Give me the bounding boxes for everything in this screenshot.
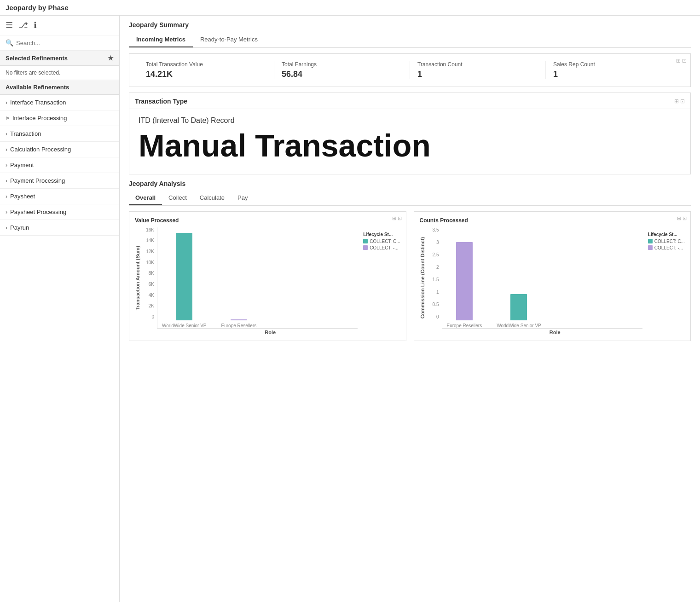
chart-expand-icon[interactable]: ⊞ ⊡ bbox=[677, 215, 687, 221]
value-chart-title: Value Processed bbox=[135, 217, 400, 224]
chevron-icon: › bbox=[6, 146, 7, 153]
refinement-label: Interface Processing bbox=[12, 115, 67, 122]
charts-row: Value Processed ⊞ ⊡ Transaction Amount (… bbox=[129, 211, 691, 341]
value-chart-wrap: Transaction Amount (Sum) 16K 14K 12K 10K bbox=[135, 227, 400, 335]
refinement-payment[interactable]: › Payment bbox=[0, 157, 119, 173]
counts-chart-title: Counts Processed bbox=[420, 217, 685, 224]
chart-expand-icon[interactable]: ⊞ ⊡ bbox=[392, 215, 402, 221]
metric-total-transaction-value: Total Transaction Value 14.21K bbox=[139, 61, 274, 79]
refinement-label: Paysheet bbox=[10, 193, 35, 200]
bars-area: Europe Resellers WorldWide Senior VP bbox=[442, 227, 642, 329]
refinement-label: Calculation Processing bbox=[10, 146, 71, 153]
jeopardy-summary-title: Jeopardy Summary bbox=[129, 21, 691, 29]
tab-overall[interactable]: Overall bbox=[129, 191, 162, 205]
tab-collect[interactable]: Collect bbox=[162, 191, 193, 205]
x-axis-label: Role bbox=[140, 330, 400, 335]
chevron-icon: › bbox=[6, 131, 7, 137]
y-axis-label-container: Commission Line (Count Distinct) bbox=[420, 227, 425, 329]
tab-calculate[interactable]: Calculate bbox=[193, 191, 231, 205]
legend-item-purple: COLLECT: -... bbox=[363, 245, 400, 250]
legend-dot bbox=[363, 245, 368, 250]
jeopardy-summary-section: Jeopardy Summary Incoming Metrics Ready-… bbox=[120, 16, 700, 48]
refinement-label: Payment bbox=[10, 162, 34, 168]
bar-group-worldwide: WorldWide Senior VP bbox=[162, 233, 207, 328]
sidebar-toolbar: ☰ ⎇ ℹ bbox=[0, 16, 119, 35]
bar-label-worldwide: WorldWide Senior VP bbox=[162, 323, 207, 328]
no-filters-text: No filters are selected. bbox=[0, 66, 119, 80]
refinement-interface-transaction[interactable]: › Interface Transaction bbox=[0, 95, 119, 110]
selected-refinements-label: Selected Refinements bbox=[6, 55, 68, 62]
refinement-payment-processing[interactable]: › Payment Processing bbox=[0, 173, 119, 189]
tab-ready-to-pay-metrics[interactable]: Ready-to-Pay Metrics bbox=[193, 32, 265, 47]
metrics-card: ⊞ ⊡ Total Transaction Value 14.21K Total… bbox=[129, 53, 691, 87]
chevron-icon: › bbox=[6, 162, 7, 168]
legend-item-purple: COLLECT: -... bbox=[648, 245, 685, 250]
refinement-transaction[interactable]: › Transaction bbox=[0, 126, 119, 142]
value-bar-chart: 16K 14K 12K 10K 8K 6K 4K 2K 0 bbox=[140, 227, 400, 335]
share-button[interactable]: ⎇ bbox=[18, 20, 28, 30]
main-layout: ☰ ⎇ ℹ 🔍 Selected Refinements ★ No filter… bbox=[0, 16, 700, 602]
transaction-type-body: ITD (Interval To Date) Record Manual Tra… bbox=[129, 109, 690, 174]
refinement-label: Payment Processing bbox=[10, 177, 65, 184]
manual-transaction-label: Manual Transaction bbox=[139, 128, 681, 163]
bar-group-europe: Europe Resellers bbox=[221, 319, 257, 328]
metric-transaction-count: Transaction Count 1 bbox=[410, 61, 546, 79]
chevron-icon: › bbox=[6, 225, 7, 231]
y-axis: 3.5 3 2.5 2 1.5 1 0.5 0 bbox=[425, 227, 442, 329]
metric-value: 14.21K bbox=[146, 69, 266, 79]
refinement-label: Transaction bbox=[10, 130, 41, 137]
chevron-icon: › bbox=[6, 193, 7, 200]
app-title: Jeopardy by Phase bbox=[0, 0, 700, 16]
search-input[interactable] bbox=[16, 40, 114, 46]
legend-title: Lifecycle St... bbox=[648, 232, 685, 237]
metric-value: 1 bbox=[553, 69, 674, 79]
chart-area: 16K 14K 12K 10K 8K 6K 4K 2K 0 bbox=[140, 227, 400, 329]
bar-europe bbox=[231, 319, 247, 320]
tab-incoming-metrics[interactable]: Incoming Metrics bbox=[129, 32, 193, 47]
legend-label: COLLECT: -... bbox=[654, 245, 683, 250]
bars-and-legend: WorldWide Senior VP Europe Resellers bbox=[157, 227, 400, 329]
y-axis-label: Transaction Amount (Sum) bbox=[135, 246, 140, 310]
legend-label: COLLECT: C... bbox=[370, 239, 400, 244]
chevron-icon: › bbox=[6, 178, 7, 184]
refinement-label: Paysheet Processing bbox=[10, 208, 66, 215]
info-button[interactable]: ℹ bbox=[34, 20, 37, 30]
itd-label: ITD (Interval To Date) Record bbox=[139, 116, 681, 125]
transaction-type-header: Transaction Type ⊞ ⊡ bbox=[129, 93, 690, 109]
bars-and-legend: Europe Resellers WorldWide Senior VP bbox=[442, 227, 685, 329]
chart-area: 3.5 3 2.5 2 1.5 1 0.5 0 bbox=[425, 227, 685, 329]
tab-pay[interactable]: Pay bbox=[231, 191, 254, 205]
transaction-type-section: Transaction Type ⊞ ⊡ ITD (Interval To Da… bbox=[129, 93, 691, 174]
expand-icon[interactable]: ⊞ ⊡ bbox=[674, 98, 685, 104]
legend-item-teal: COLLECT: C... bbox=[648, 239, 685, 244]
bar-worldwide bbox=[176, 233, 192, 320]
metric-label: Total Earnings bbox=[282, 61, 402, 68]
hamburger-menu-button[interactable]: ☰ bbox=[6, 20, 13, 30]
legend-area: Lifecycle St... COLLECT: C... COL bbox=[642, 227, 685, 329]
refinement-label: Payrun bbox=[10, 224, 29, 231]
counts-bar-chart: 3.5 3 2.5 2 1.5 1 0.5 0 bbox=[425, 227, 685, 335]
legend-dot bbox=[363, 239, 368, 243]
metric-total-earnings: Total Earnings 56.84 bbox=[274, 61, 410, 79]
bar-europe bbox=[456, 242, 473, 320]
chevron-icon: › bbox=[6, 99, 7, 106]
sidebar-search-bar: 🔍 bbox=[0, 35, 119, 51]
expand-icon[interactable]: ⊞ ⊡ bbox=[676, 58, 687, 64]
refinement-paysheet-processing[interactable]: › Paysheet Processing bbox=[0, 204, 119, 220]
bar-label-europe: Europe Resellers bbox=[447, 323, 482, 328]
legend-label: COLLECT: C... bbox=[654, 239, 685, 244]
refinement-payrun[interactable]: › Payrun bbox=[0, 220, 119, 236]
value-processed-chart-card: Value Processed ⊞ ⊡ Transaction Amount (… bbox=[129, 211, 406, 341]
jeopardy-analysis-title: Jeopardy Analysis bbox=[129, 180, 691, 187]
refinement-paysheet[interactable]: › Paysheet bbox=[0, 189, 119, 204]
metric-label: Sales Rep Count bbox=[553, 61, 674, 68]
metric-value: 56.84 bbox=[282, 69, 402, 79]
legend-area: Lifecycle St... COLLECT: C... COL bbox=[358, 227, 400, 329]
refinement-interface-processing[interactable]: ⊳ Interface Processing bbox=[0, 110, 119, 126]
bar-group-worldwide: WorldWide Senior VP bbox=[497, 294, 541, 328]
legend-label: COLLECT: -... bbox=[370, 245, 398, 250]
refinement-calculation-processing[interactable]: › Calculation Processing bbox=[0, 142, 119, 157]
x-axis-label: Role bbox=[425, 330, 685, 335]
star-icon[interactable]: ★ bbox=[108, 54, 114, 62]
expand-icon: ⊳ bbox=[6, 115, 10, 121]
